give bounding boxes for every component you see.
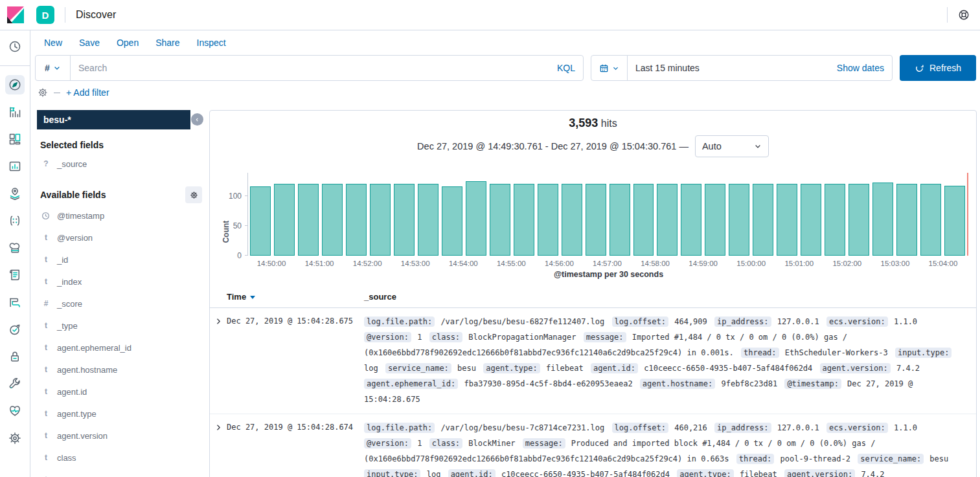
menu-open-button[interactable]: Open <box>117 38 139 48</box>
histogram-bar[interactable] <box>657 184 678 256</box>
canvas-icon[interactable] <box>5 157 25 176</box>
text-field-icon: t <box>41 233 51 242</box>
histogram-bar[interactable] <box>418 184 439 256</box>
filter-options-button[interactable] <box>38 87 48 98</box>
recently-viewed-icon[interactable] <box>5 37 25 56</box>
histogram-bar[interactable] <box>562 184 582 256</box>
add-filter-button[interactable]: + Add filter <box>66 87 109 98</box>
source-field-key: input.type: <box>364 469 420 477</box>
histogram-bar[interactable] <box>849 184 869 256</box>
management-icon[interactable] <box>5 428 25 448</box>
time-range-value[interactable]: Last 15 minutes <box>628 63 837 73</box>
siem-icon[interactable] <box>5 347 25 366</box>
histogram-bar[interactable] <box>538 184 558 256</box>
maps-icon[interactable] <box>5 184 25 203</box>
field-name: @version <box>57 233 93 243</box>
histogram-bar[interactable] <box>729 184 749 256</box>
histogram-bar[interactable] <box>896 184 917 256</box>
interval-select[interactable]: Auto <box>695 135 769 157</box>
sort-time-header[interactable]: Time <box>227 292 364 302</box>
histogram-bar[interactable] <box>490 184 510 256</box>
apm-icon[interactable] <box>5 293 25 312</box>
histogram-bar[interactable] <box>681 184 701 256</box>
histogram-bar[interactable] <box>610 184 630 256</box>
histogram-bar[interactable] <box>466 181 486 256</box>
field-_score[interactable]: #_score <box>37 293 205 315</box>
histogram-bar[interactable] <box>705 184 725 256</box>
gear-icon <box>190 191 198 199</box>
field-agent.id[interactable]: tagent.id <box>37 381 205 403</box>
field-_type[interactable]: t_type <box>37 315 205 337</box>
histogram-bar[interactable] <box>442 186 462 256</box>
histogram-bar[interactable] <box>920 184 941 256</box>
histogram-bar[interactable] <box>370 184 391 256</box>
expand-row-button[interactable] <box>210 420 227 477</box>
source-column-header: _source <box>364 292 976 302</box>
histogram-bar[interactable] <box>872 183 893 256</box>
menu-inspect-button[interactable]: Inspect <box>197 38 226 48</box>
histogram-bar[interactable] <box>753 184 773 256</box>
query-bar: # KQL <box>35 55 584 81</box>
histogram-bar[interactable] <box>274 184 295 256</box>
help-icon[interactable] <box>958 9 970 21</box>
refresh-button[interactable]: Refresh <box>900 55 976 81</box>
histogram-bar[interactable] <box>944 186 965 256</box>
uptime-icon[interactable] <box>5 320 25 339</box>
search-input[interactable] <box>71 63 549 73</box>
calendar-button[interactable] <box>591 56 628 80</box>
field-name: _index <box>57 277 82 287</box>
histogram-bar[interactable] <box>298 184 319 256</box>
kibana-logo[interactable] <box>0 6 31 23</box>
field-agent.hostname[interactable]: tagent.hostname <box>37 359 205 381</box>
histogram-bar[interactable] <box>633 184 654 256</box>
field-class[interactable]: tclass <box>37 447 205 469</box>
expand-row-button[interactable] <box>210 314 227 407</box>
field-@timestamp[interactable]: @timestamp <box>37 205 205 227</box>
menu-share-button[interactable]: Share <box>155 38 179 48</box>
histogram-bar[interactable] <box>394 184 415 256</box>
histogram-bar[interactable] <box>250 186 271 256</box>
x-axis-tick: 14:51:00 <box>305 260 334 267</box>
field-name: agent.id <box>57 387 87 397</box>
histogram-bar[interactable] <box>801 184 821 256</box>
index-pattern-selector[interactable]: besu-* <box>37 110 190 129</box>
field-container[interactable]: tcontainer <box>37 469 205 477</box>
x-axis-tick: 14:54:00 <box>449 260 478 267</box>
source-field-value: /var/log/besu/besu-7c8714ce7231.log <box>440 423 604 432</box>
histogram-bar[interactable] <box>825 184 845 256</box>
menu-save-button[interactable]: Save <box>79 38 100 48</box>
source-field-key: agent.version: <box>820 363 891 373</box>
source-field-key: log.file.path: <box>364 423 435 433</box>
stack-monitoring-icon[interactable] <box>5 401 25 421</box>
field-agent.type[interactable]: tagent.type <box>37 403 205 425</box>
discover-icon[interactable] <box>5 75 25 94</box>
field-agent.version[interactable]: tagent.version <box>37 425 205 447</box>
dashboard-icon[interactable] <box>5 129 25 149</box>
logs-icon[interactable] <box>5 265 25 285</box>
field-agent.ephemeral_id[interactable]: tagent.ephemeral_id <box>37 337 205 359</box>
dev-tools-icon[interactable] <box>5 374 25 394</box>
nav-rail <box>0 30 30 477</box>
histogram-bar[interactable] <box>586 184 606 256</box>
visualize-icon[interactable] <box>5 102 25 122</box>
field-@version[interactable]: t@version <box>37 227 205 249</box>
machine-learning-icon[interactable] <box>5 211 25 230</box>
filter-bar: + Add filter <box>30 87 980 106</box>
field-_index[interactable]: t_index <box>37 271 205 293</box>
saved-query-menu-button[interactable]: # <box>36 56 71 80</box>
field-_source[interactable]: ?_source <box>37 153 205 175</box>
metrics-icon[interactable] <box>5 238 25 258</box>
source-field-value: log <box>364 364 378 373</box>
collapse-sidebar-button[interactable] <box>191 113 203 126</box>
histogram-bar[interactable] <box>777 184 797 256</box>
field-_id[interactable]: t_id <box>37 249 205 271</box>
show-dates-button[interactable]: Show dates <box>837 63 892 73</box>
text-field-icon: t <box>41 343 51 352</box>
query-language-button[interactable]: KQL <box>549 63 583 73</box>
histogram-bar[interactable] <box>346 184 367 256</box>
field-settings-button[interactable] <box>185 186 202 203</box>
histogram-bar[interactable] <box>322 184 343 256</box>
menu-new-button[interactable]: New <box>44 38 62 48</box>
source-field-value: 1.1.0 <box>894 317 917 326</box>
histogram-bar[interactable] <box>514 184 534 256</box>
